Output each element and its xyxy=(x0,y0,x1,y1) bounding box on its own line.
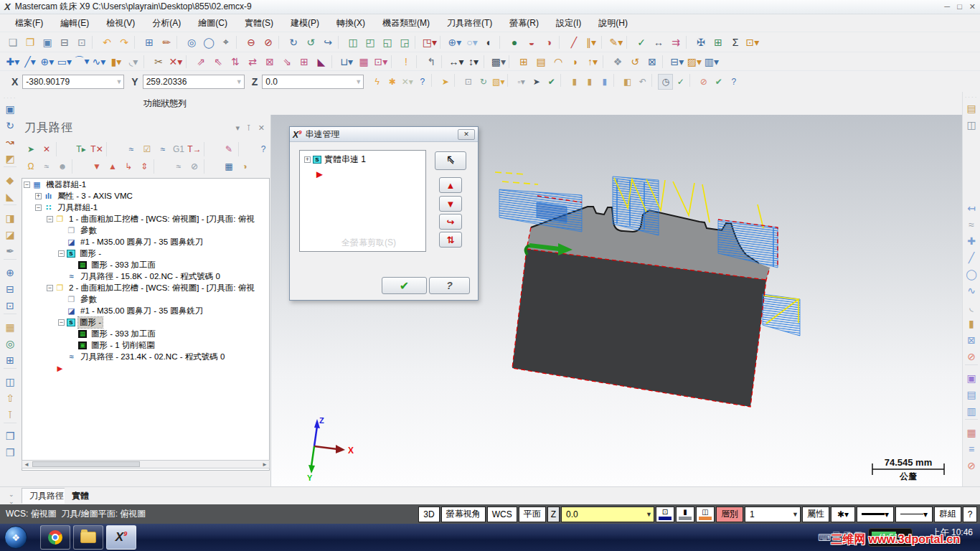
zoom-window-icon[interactable]: ◎ xyxy=(183,34,200,50)
select-rotate-icon[interactable]: ↻ xyxy=(476,74,491,90)
line-create-icon[interactable]: ╱▾ xyxy=(22,54,39,70)
menu-item[interactable]: 檢視(V) xyxy=(98,15,143,32)
toolbar-drag-handle[interactable]: ···· xyxy=(4,95,17,100)
select-hand-icon[interactable]: ➤ xyxy=(438,74,453,90)
rectangle-create-icon[interactable]: ▭▾ xyxy=(56,54,73,70)
view-orient-icon[interactable]: ◳▾ xyxy=(421,34,438,50)
post-icon[interactable]: T→ xyxy=(187,142,202,156)
dialog-close-icon[interactable]: ✕ xyxy=(458,129,475,140)
menu-item[interactable]: 設定(I) xyxy=(548,15,589,32)
analyze-chain-icon[interactable]: ⇉ xyxy=(667,34,684,50)
xform-mirror-icon[interactable]: ⇅ xyxy=(227,54,244,70)
regen-all-icon[interactable]: T▸ xyxy=(73,142,89,156)
start-button[interactable]: ❖ xyxy=(4,526,27,549)
trim-break-icon[interactable]: ✕▾ xyxy=(167,54,184,70)
select-face-icon[interactable]: ▮ xyxy=(582,74,597,90)
chain-list[interactable]: + S 實體串連 1 ► 全螢幕剪取(S) xyxy=(299,150,426,252)
quad-select-icon[interactable]: ◫ xyxy=(1,373,19,390)
shading-sphere-icon[interactable]: ○▾ xyxy=(463,34,481,50)
wireframe-red-icon[interactable]: ╱ xyxy=(565,34,583,50)
tree-expander[interactable]: − xyxy=(35,204,42,211)
tab-solids[interactable]: 實體 xyxy=(65,488,96,504)
xform-translate3d-icon[interactable]: ⇖ xyxy=(209,54,227,70)
grid-icon[interactable]: ▦ xyxy=(355,54,372,70)
autocursor-config-icon[interactable]: ✱ xyxy=(385,74,400,90)
status-help-button[interactable]: ? xyxy=(963,507,977,522)
point-create-icon[interactable]: ✚▾ xyxy=(4,54,22,70)
print-preview-icon[interactable]: ⊡ xyxy=(73,34,90,50)
shell-icon[interactable]: ◗ xyxy=(567,54,584,70)
xform-stretch-icon[interactable]: ◣ xyxy=(313,54,330,70)
xform-offset-icon[interactable]: ⊠ xyxy=(261,54,278,70)
line-style-dropdown[interactable]: ▾ xyxy=(857,507,894,522)
pattern2-icon[interactable]: ▨▾ xyxy=(686,54,703,70)
chain-down-button[interactable]: ▼ xyxy=(439,196,462,212)
tree-item[interactable]: ▦ 圖形 - 393 加工面 xyxy=(22,328,269,339)
x-input[interactable]: -380.90179▼ xyxy=(22,75,124,89)
multiaxis-link-icon[interactable]: ❖ xyxy=(609,54,626,70)
qm-surface-icon[interactable]: ≈ xyxy=(963,216,980,232)
chain-sort-button[interactable]: ⇅ xyxy=(439,232,462,248)
unselect-all-ops-icon[interactable]: ✕ xyxy=(39,142,55,156)
width-dim-icon[interactable]: ↔▾ xyxy=(448,54,465,70)
solid-pin-icon[interactable]: ⊺ xyxy=(1,406,19,423)
layer-label[interactable]: 層別 xyxy=(716,507,743,522)
analyze-entity-icon[interactable]: ✓ xyxy=(633,34,650,50)
z-depth-dropdown-icon[interactable]: ▼ xyxy=(646,511,652,518)
qm-spline-icon[interactable]: ∿ xyxy=(963,282,980,298)
scroll-right-icon[interactable]: ► xyxy=(260,461,269,468)
arc-create-icon[interactable]: ⊕▾ xyxy=(39,54,56,70)
top-view-icon[interactable]: ◲ xyxy=(396,34,413,50)
panel-close-icon[interactable]: ✕ xyxy=(258,123,265,133)
holder-icon[interactable]: ⊟▾ xyxy=(669,54,686,70)
tree-expander[interactable]: − xyxy=(58,250,65,257)
solid-fillet-icon[interactable]: ◆ xyxy=(1,171,19,188)
screen-view-button[interactable]: 螢幕視角 xyxy=(441,507,486,522)
qm-result-icon[interactable]: ▤ xyxy=(963,100,980,116)
hatch-icon[interactable]: ▩▾ xyxy=(490,54,507,70)
qm-solid-icon[interactable]: ▮ xyxy=(963,315,980,331)
select-window-icon[interactable]: ▧▾ xyxy=(491,74,506,90)
validate-cursor-icon[interactable]: ✓ xyxy=(673,74,688,90)
select-dashed-icon[interactable]: ▫▾ xyxy=(514,74,529,90)
y-dropdown-icon[interactable]: ▼ xyxy=(236,78,242,85)
help-button[interactable]: ? xyxy=(429,277,470,294)
wcs-button[interactable]: WCS xyxy=(487,507,517,522)
menu-item[interactable]: 檔案(F) xyxy=(7,15,51,32)
dialog-title-bar[interactable]: X9 串連管理 ✕ xyxy=(290,127,478,142)
multiaxis-rotate-icon[interactable]: ↺ xyxy=(626,54,644,70)
z-input[interactable]: 0.0▼ xyxy=(262,75,364,89)
book-yellow-icon[interactable]: ❒ xyxy=(1,444,19,461)
chain-list-item[interactable]: + S 實體串連 1 xyxy=(303,154,425,165)
move-down-icon[interactable]: ▼ xyxy=(89,159,105,174)
fillet-create-icon[interactable]: ⌒▾ xyxy=(73,54,90,70)
tree-expander[interactable]: − xyxy=(24,182,30,188)
shade-on-icon[interactable]: ● xyxy=(506,34,523,50)
solid-find-icon[interactable]: ◎ xyxy=(1,335,19,352)
tree-item[interactable]: − ❐ 1 - 曲面粗加工挖槽 - [WCS: 俯視圖] - [刀具面: 俯視 xyxy=(22,213,269,225)
qm-grid-colors-icon[interactable]: ▦ xyxy=(963,424,980,441)
rechain-button[interactable]: ↪ xyxy=(439,214,462,230)
qm-surface2-icon[interactable]: ◟ xyxy=(963,298,980,315)
lock-icon[interactable]: Ω xyxy=(23,159,39,174)
qm-ban-icon[interactable]: ⊘ xyxy=(963,348,980,364)
attr-pencil-icon[interactable]: ✎▾ xyxy=(608,34,625,50)
highfeed-icon[interactable]: ✎ xyxy=(221,142,237,156)
solid-boolean-cut-icon[interactable]: ⊟ xyxy=(1,281,19,297)
select-in-box-icon[interactable]: ⊡ xyxy=(461,74,476,90)
qm-level2-icon[interactable]: ▥ xyxy=(963,402,980,419)
menu-item[interactable]: 機器類型(M) xyxy=(374,15,438,32)
bounding-box-icon[interactable]: ⊞ xyxy=(515,54,532,70)
solid-manager-icon[interactable]: ⊞ xyxy=(1,352,19,368)
menu-item[interactable]: 繪圖(C) xyxy=(190,15,235,32)
qm-dimension-icon[interactable]: ↤ xyxy=(963,199,980,216)
menu-item[interactable]: 刀具路徑(T) xyxy=(439,15,500,32)
select-edge-icon[interactable]: ▮ xyxy=(597,74,612,90)
select-body-icon[interactable]: ▮ xyxy=(567,74,582,90)
tree-expander[interactable]: + xyxy=(35,193,42,199)
xform-rotate-icon[interactable]: ⇄ xyxy=(244,54,261,70)
tree-item[interactable]: ► xyxy=(22,362,269,374)
heavy-grid-icon[interactable]: ▦ xyxy=(221,159,237,174)
menu-item[interactable]: 說明(H) xyxy=(590,15,636,32)
scroll-left-icon[interactable]: ◄ xyxy=(22,461,31,468)
